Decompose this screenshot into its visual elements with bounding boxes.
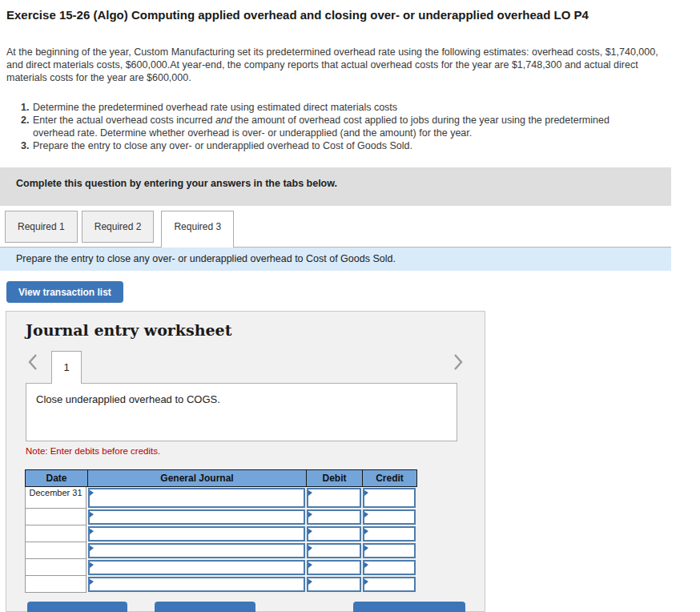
complete-instructions-bar: Complete this question by entering your … <box>0 167 671 206</box>
general-journal-column-header: General Journal <box>87 470 306 486</box>
cell-marker-icon <box>364 529 368 534</box>
date-cell <box>25 542 86 559</box>
tab-required-3[interactable]: Required 3 <box>161 211 234 248</box>
date-cell <box>25 559 86 576</box>
table-row: December 31 <box>25 487 417 509</box>
debit-input[interactable] <box>307 526 361 542</box>
worksheet-footer-button-right[interactable] <box>353 602 465 612</box>
debit-input[interactable] <box>307 488 361 508</box>
requirement-item-3: 3. Prepare the entry to close any over- … <box>21 139 638 152</box>
account-title-input[interactable] <box>88 543 305 558</box>
task-description-bar: Prepare the entry to close any over- or … <box>0 247 671 271</box>
requirement-number: 3. <box>21 139 33 152</box>
date-column-header: Date <box>26 470 87 486</box>
date-cell <box>25 509 86 525</box>
debit-column-header: Debit <box>306 470 362 486</box>
cell-marker-icon <box>90 490 94 496</box>
requirement-item-2: 2. Enter the actual overhead costs incur… <box>21 114 638 139</box>
cell-marker-icon <box>308 512 312 517</box>
worksheet-title: Journal entry worksheet <box>26 321 231 339</box>
credit-input[interactable] <box>363 526 416 542</box>
cell-marker-icon <box>308 529 312 534</box>
debits-before-credits-note: Note: Enter debits before credits. <box>26 446 160 456</box>
cell-marker-icon <box>90 529 94 534</box>
date-cell <box>25 576 86 593</box>
credit-input[interactable] <box>363 577 416 592</box>
credit-input[interactable] <box>363 543 416 558</box>
tab-required-2[interactable]: Required 2 <box>82 211 155 243</box>
worksheet-page-tab-1[interactable]: 1 <box>51 351 82 384</box>
requirement-item-1: 1. Determine the predetermined overhead … <box>21 101 638 114</box>
entry-description-box: Close underapplied overhead to COGS. <box>26 383 457 441</box>
chevron-right-icon[interactable] <box>453 353 464 374</box>
cell-marker-icon <box>364 579 368 585</box>
worksheet-footer-button-left[interactable] <box>27 602 127 612</box>
table-row <box>25 542 417 559</box>
date-cell <box>25 525 86 542</box>
table-row <box>25 559 417 576</box>
cell-marker-icon <box>90 512 94 517</box>
credit-column-header: Credit <box>362 470 416 486</box>
debit-input[interactable] <box>307 543 361 558</box>
cell-marker-icon <box>308 579 312 585</box>
debit-input[interactable] <box>307 560 361 575</box>
worksheet-footer-button-middle[interactable] <box>155 602 255 612</box>
journal-table: Date General Journal Debit Credit Decemb… <box>25 469 417 593</box>
cell-marker-icon <box>90 579 94 585</box>
journal-entry-worksheet-panel: Journal entry worksheet 1 Close underapp… <box>6 311 485 612</box>
cell-marker-icon <box>308 562 312 568</box>
table-row <box>25 509 417 525</box>
cell-marker-icon <box>364 562 368 568</box>
requirements-list: 1. Determine the predetermined overhead … <box>21 101 638 152</box>
cell-marker-icon <box>90 546 94 551</box>
requirement-number: 2. <box>21 114 33 139</box>
cell-marker-icon <box>364 512 368 517</box>
chevron-left-icon[interactable] <box>27 353 38 374</box>
cell-marker-icon <box>364 546 368 551</box>
account-title-input[interactable] <box>88 560 305 575</box>
journal-table-header: Date General Journal Debit Credit <box>25 469 417 487</box>
intro-paragraph: At the beginning of the year, Custom Man… <box>6 46 674 84</box>
page-title: Exercise 15-26 (Algo) Computing applied … <box>6 8 687 22</box>
view-transaction-list-button[interactable]: View transaction list <box>6 281 123 303</box>
cell-marker-icon <box>308 546 312 551</box>
date-cell: December 31 <box>25 487 86 509</box>
credit-input[interactable] <box>363 560 416 575</box>
required-tabs: Required 1 Required 2 Required 3 <box>0 211 671 248</box>
account-title-input[interactable] <box>88 509 305 525</box>
account-title-input[interactable] <box>88 488 305 508</box>
cell-marker-icon <box>364 490 368 496</box>
credit-input[interactable] <box>363 509 416 525</box>
requirement-number: 1. <box>21 101 33 114</box>
cell-marker-icon <box>308 490 312 496</box>
debit-input[interactable] <box>307 577 361 592</box>
table-row <box>25 576 417 593</box>
debit-input[interactable] <box>307 509 361 525</box>
cell-marker-icon <box>90 562 94 568</box>
account-title-input[interactable] <box>88 526 305 542</box>
tab-required-1[interactable]: Required 1 <box>5 211 78 243</box>
credit-input[interactable] <box>363 488 416 508</box>
table-row <box>25 525 417 542</box>
account-title-input[interactable] <box>88 577 305 592</box>
